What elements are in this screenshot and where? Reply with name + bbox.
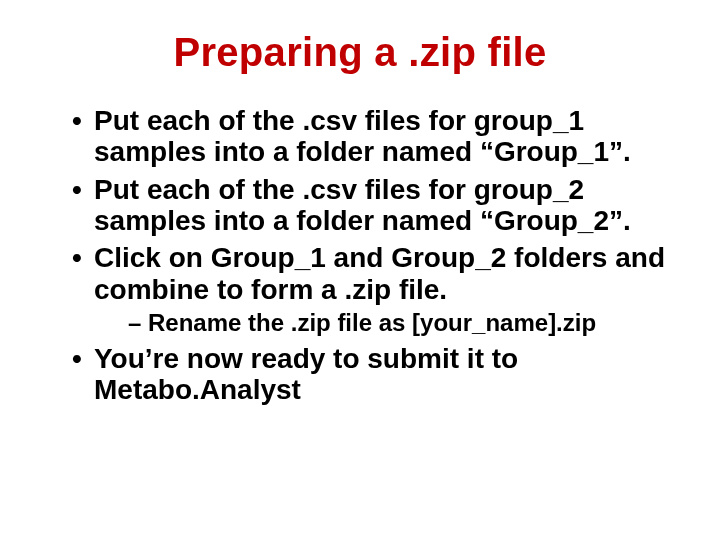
bullet-list: Put each of the .csv files for group_1 s…	[72, 105, 666, 405]
list-item: You’re now ready to submit it to Metabo.…	[72, 343, 666, 406]
sub-list: Rename the .zip file as [your_name].zip	[94, 309, 666, 337]
list-item: Put each of the .csv files for group_2 s…	[72, 174, 666, 237]
bullet-text: Put each of the .csv files for group_2 s…	[94, 174, 631, 236]
sub-list-item: Rename the .zip file as [your_name].zip	[128, 309, 666, 337]
slide-title: Preparing a .zip file	[36, 30, 684, 75]
bullet-text: Click on Group_1 and Group_2 folders and…	[94, 242, 665, 304]
list-item: Click on Group_1 and Group_2 folders and…	[72, 242, 666, 336]
bullet-text: Put each of the .csv files for group_1 s…	[94, 105, 631, 167]
list-item: Put each of the .csv files for group_1 s…	[72, 105, 666, 168]
bullet-text: You’re now ready to submit it to Metabo.…	[94, 343, 518, 405]
slide: Preparing a .zip file Put each of the .c…	[0, 0, 720, 540]
sub-bullet-text: Rename the .zip file as [your_name].zip	[148, 309, 596, 336]
